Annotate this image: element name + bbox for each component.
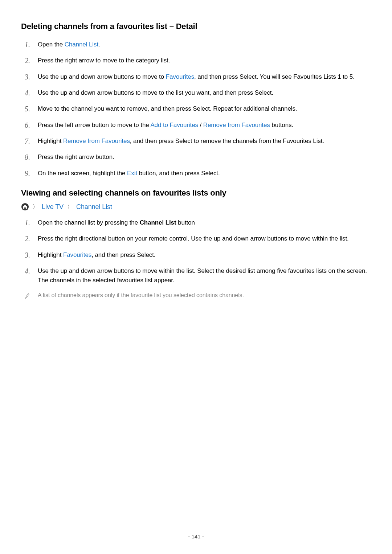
step-text-part: button, and then press Select.: [137, 170, 220, 177]
step-text-part: On the next screen, highlight the: [38, 170, 127, 177]
step-text-part: Press the right directional button on yo…: [38, 235, 349, 242]
step-text-part: Move to the channel you want to remove, …: [38, 105, 297, 112]
section1-step: Press the right arrow to move to the cat…: [38, 56, 371, 65]
section2-step: Use the up and down arrow buttons to mov…: [38, 266, 371, 286]
step-text-part: Favourites: [166, 73, 194, 80]
home-icon: [21, 203, 29, 211]
step-text-part: Remove from Favourites: [63, 138, 130, 144]
section1-step: Open the Channel List.: [38, 40, 371, 49]
section-heading-1: Deleting channels from a favourites list…: [21, 22, 371, 31]
step-text-part: Highlight: [38, 251, 63, 258]
step-text-part: , and then press Select.: [91, 251, 155, 258]
step-text-part: Channel List: [65, 41, 98, 48]
section1-step: Use the up and down arrow buttons to mov…: [38, 88, 371, 98]
section2-step: Highlight Favourites, and then press Sel…: [38, 250, 371, 260]
page-number: - 141 -: [188, 533, 204, 539]
step-text-part: , and then press Select to remove the ch…: [130, 138, 324, 144]
step-text-part: button: [176, 219, 195, 226]
section1-step: Press the right arrow button.: [38, 152, 371, 162]
step-text-part: Press the right arrow to move to the cat…: [38, 57, 170, 64]
section1-step: On the next screen, highlight the Exit b…: [38, 169, 371, 178]
chevron-icon: 〉: [33, 204, 38, 210]
section-heading-2: Viewing and selecting channels on favour…: [21, 188, 371, 198]
step-text-part: Remove from Favourites: [203, 122, 270, 128]
breadcrumb: 〉 Live TV 〉 Channel List: [21, 203, 371, 211]
step-text-part: Channel List: [140, 219, 176, 226]
section2-step-list: Open the channel list by pressing the Ch…: [21, 218, 371, 286]
step-text-part: , and then press Select. You will see Fa…: [194, 73, 355, 80]
breadcrumb-live-tv: Live TV: [42, 203, 64, 211]
section1-step: Press the left arrow button to move to t…: [38, 120, 371, 130]
step-text-part: Use the up and down arrow buttons to mov…: [38, 73, 166, 80]
step-text-part: Press the left arrow button to move to t…: [38, 122, 150, 128]
step-text-part: Favourites: [63, 251, 91, 258]
step-text-part: Open the: [38, 41, 65, 48]
step-text-part: Open the channel list by pressing the: [38, 219, 140, 226]
note-text: A list of channels appears only if the f…: [38, 292, 244, 299]
note-pencil-icon: [25, 293, 30, 299]
section1-step-list: Open the Channel List.Press the right ar…: [21, 40, 371, 178]
step-text-part: Add to Favourites: [150, 122, 198, 128]
step-text-part: Use the up and down arrow buttons to mov…: [38, 267, 367, 284]
section2-step: Press the right directional button on yo…: [38, 234, 371, 243]
section1-step: Highlight Remove from Favourites, and th…: [38, 136, 371, 146]
section1-step: Use the up and down arrow buttons to mov…: [38, 72, 371, 82]
note-row: A list of channels appears only if the f…: [21, 292, 371, 299]
step-text-part: Exit: [127, 170, 137, 177]
chevron-icon: 〉: [67, 204, 73, 210]
step-text-part: buttons.: [270, 122, 293, 128]
step-text-part: Highlight: [38, 138, 63, 144]
step-text-part: .: [98, 41, 100, 48]
breadcrumb-channel-list: Channel List: [76, 203, 112, 211]
section2-step: Open the channel list by pressing the Ch…: [38, 218, 371, 227]
step-text-part: /: [198, 122, 203, 128]
step-text-part: Use the up and down arrow buttons to mov…: [38, 89, 273, 96]
step-text-part: Press the right arrow button.: [38, 153, 114, 160]
section1-step: Move to the channel you want to remove, …: [38, 104, 371, 114]
